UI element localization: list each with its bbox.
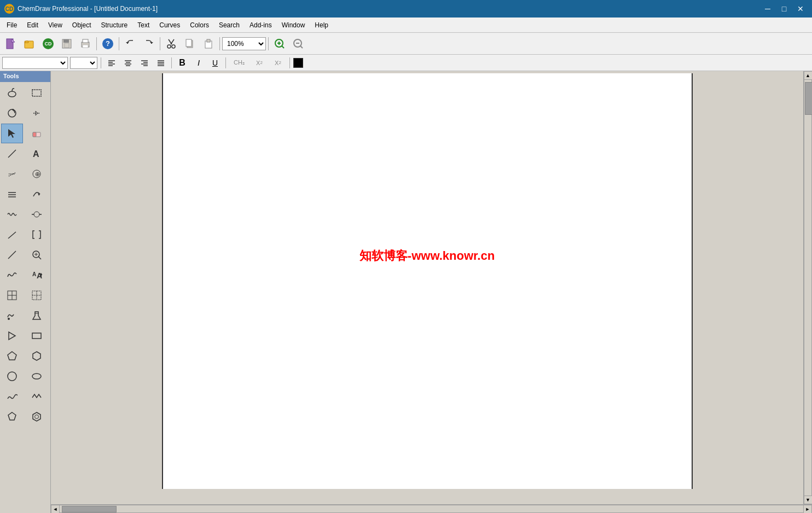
menu-structure[interactable]: Structure [97, 20, 132, 31]
zoom-select[interactable]: 100% 50% 75% 125% 150% 200% [222, 37, 266, 50]
svg-rect-43 [32, 90, 41, 96]
menu-file[interactable]: File [2, 20, 21, 31]
close-button[interactable]: ✕ [793, 3, 808, 15]
chemdraw-logo-button[interactable]: CD [39, 36, 57, 52]
undo-button[interactable] [121, 36, 139, 52]
menu-help[interactable]: Help [310, 20, 333, 31]
cyclopentane-tool[interactable] [1, 407, 23, 427]
single-bond-tool[interactable] [1, 245, 23, 265]
menu-object[interactable]: Object [68, 20, 96, 31]
paste-button[interactable] [200, 36, 217, 52]
help-button[interactable]: ? [99, 36, 117, 52]
save-button[interactable] [58, 36, 76, 52]
menu-colors[interactable]: Colors [185, 20, 213, 31]
scroll-down-button[interactable]: ▼ [804, 495, 813, 504]
minimize-button[interactable]: ─ [761, 3, 775, 15]
svg-marker-79 [33, 312, 40, 319]
magnify-tool[interactable] [26, 245, 48, 265]
multi-bond-tool[interactable] [1, 184, 23, 204]
benzene-tool[interactable] [26, 407, 48, 427]
lasso-tool[interactable] [1, 83, 23, 103]
svg-point-89 [34, 415, 38, 419]
scroll-track-vertical[interactable] [804, 80, 812, 495]
circle-tool[interactable] [1, 366, 23, 386]
rect-shape-tool[interactable] [26, 326, 48, 346]
redo-button[interactable] [140, 36, 158, 52]
svg-line-63 [8, 232, 16, 238]
curved-arrow-tool[interactable] [26, 184, 48, 204]
svg-rect-5 [65, 43, 69, 48]
menu-view[interactable]: View [44, 20, 67, 31]
zigzag-tool[interactable] [26, 387, 48, 406]
select-tool[interactable] [1, 124, 23, 143]
scroll-track-horizontal[interactable] [60, 505, 803, 513]
bold-button[interactable]: B [175, 57, 189, 69]
canvas-scroll: 知软博客-www.knowr.cn ▲ ▼ [51, 71, 812, 504]
menu-text[interactable]: Text [133, 20, 154, 31]
scroll-right-button[interactable]: ► [803, 505, 812, 514]
flask-tool[interactable] [26, 306, 48, 325]
dashed-bond-tool[interactable] [1, 164, 23, 184]
eraser-tool[interactable] [26, 124, 48, 143]
oval-tool[interactable] [26, 366, 48, 386]
bond-wedge-tool[interactable] [26, 103, 48, 123]
bond-angle-tool[interactable] [1, 225, 23, 244]
wave-shape-tool[interactable] [1, 387, 23, 406]
wavy2-tool[interactable] [1, 265, 23, 285]
reaction-arrow-tool[interactable] [1, 306, 23, 325]
canvas-inner[interactable]: 知软博客-www.knowr.cn [51, 71, 803, 504]
menu-curves[interactable]: Curves [155, 20, 184, 31]
drawing-canvas[interactable]: 知软博客-www.knowr.cn [162, 73, 693, 489]
table-tool[interactable] [1, 285, 23, 305]
dotted-table-tool[interactable] [26, 285, 48, 305]
menu-edit[interactable]: Edit [22, 20, 43, 31]
justify-button[interactable] [154, 57, 168, 69]
scroll-thumb-vertical[interactable] [805, 82, 812, 115]
text-resize-tool[interactable]: AA [26, 265, 48, 285]
cut-button[interactable] [163, 36, 180, 52]
svg-rect-49 [33, 132, 36, 137]
svg-text:A: A [32, 271, 36, 277]
svg-rect-18 [207, 39, 210, 42]
copy-button[interactable] [181, 36, 199, 52]
bracket-tool[interactable] [26, 225, 48, 244]
pentagon-tool[interactable] [1, 346, 23, 366]
scroll-thumb-horizontal[interactable] [62, 506, 117, 512]
zoom-out-button[interactable] [289, 36, 307, 52]
open-button[interactable] [21, 36, 38, 52]
rect-select-tool[interactable] [26, 83, 48, 103]
menu-addins[interactable]: Add-ins [245, 20, 276, 31]
wavy-bond-tool[interactable] [1, 205, 23, 224]
align-right-button[interactable] [137, 57, 152, 69]
ch2-button[interactable]: CH₂ [229, 57, 249, 69]
menu-window[interactable]: Window [277, 20, 310, 31]
menu-bar: File Edit View Object Structure Text Cur… [0, 18, 812, 33]
italic-button[interactable]: I [192, 57, 206, 69]
font-size-select[interactable] [70, 57, 97, 69]
atom-map-tool[interactable] [26, 205, 48, 224]
plain-line-tool[interactable] [1, 144, 23, 164]
title-bar: CD ChemDraw Professional - [Untitled Doc… [0, 0, 812, 18]
zoom-in-button[interactable] [271, 36, 288, 52]
maximize-button[interactable]: □ [777, 3, 791, 15]
tools-grid: A ⊕ [0, 82, 50, 428]
print-button[interactable] [77, 36, 94, 52]
text-tool[interactable]: A [26, 144, 48, 164]
play-button-tool[interactable] [1, 326, 23, 346]
svg-rect-16 [186, 39, 192, 46]
svg-point-85 [8, 372, 16, 381]
scroll-up-button[interactable]: ▲ [804, 71, 813, 80]
rotate3d-tool[interactable] [1, 103, 23, 123]
new-file-button[interactable] [2, 36, 20, 52]
underline-button[interactable]: U [208, 57, 222, 69]
align-center-button[interactable] [121, 57, 135, 69]
color-swatch[interactable] [293, 58, 303, 68]
charge-tool[interactable]: ⊕ [26, 164, 48, 184]
hexagon-tool[interactable] [26, 346, 48, 366]
font-family-select[interactable] [2, 57, 68, 69]
menu-search[interactable]: Search [214, 20, 244, 31]
scroll-left-button[interactable]: ◄ [51, 505, 60, 514]
align-left-button[interactable] [105, 57, 119, 69]
subscript-button[interactable]: X2 [251, 57, 268, 69]
superscript-button[interactable]: X2 [270, 57, 286, 69]
